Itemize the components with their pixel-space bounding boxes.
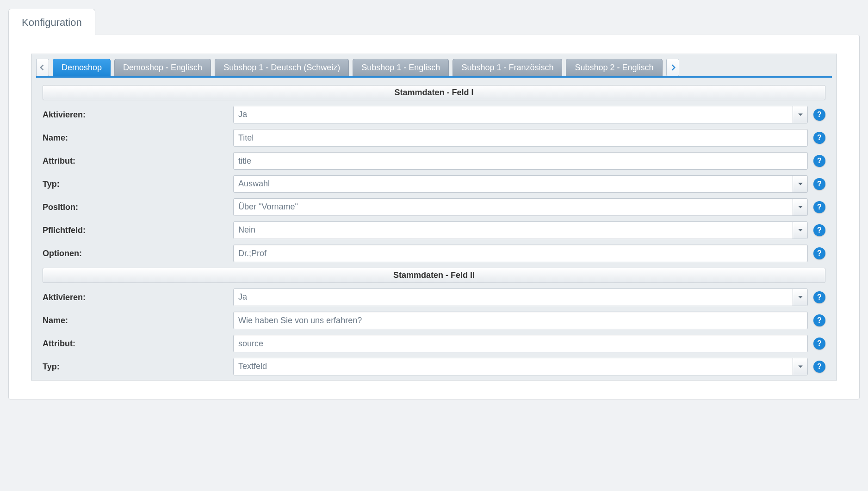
input-name-2[interactable]	[233, 312, 808, 329]
help-button[interactable]: ?	[813, 155, 825, 167]
input-optionen-1[interactable]	[233, 245, 808, 262]
label-attribut-1: Attribut:	[43, 156, 228, 166]
combo-aktivieren-1[interactable]: Ja	[233, 106, 808, 123]
shop-tab-label: Subshop 1 - Deutsch (Schweiz)	[223, 63, 340, 72]
combo-value: Textfeld	[234, 358, 793, 375]
help-button[interactable]: ?	[813, 109, 825, 121]
label-name-2: Name:	[43, 316, 228, 325]
help-button[interactable]: ?	[813, 338, 825, 350]
combo-trigger[interactable]	[793, 222, 807, 239]
chevron-down-icon	[798, 364, 803, 369]
label-aktivieren-1: Aktivieren:	[43, 110, 228, 120]
arrow-right-icon	[670, 64, 676, 71]
chevron-down-icon	[798, 181, 803, 187]
combo-typ-2[interactable]: Textfeld	[233, 358, 808, 375]
label-typ-2: Typ:	[43, 362, 228, 372]
config-panel: Demoshop Demoshop - Englisch Subshop 1 -…	[8, 35, 860, 399]
combo-value: Ja	[234, 289, 793, 306]
shop-tab-demoshop[interactable]: Demoshop	[53, 59, 111, 76]
chevron-down-icon	[798, 227, 803, 233]
help-button[interactable]: ?	[813, 314, 825, 326]
input-attribut-1[interactable]	[233, 152, 808, 170]
combo-trigger[interactable]	[793, 289, 807, 306]
shop-tab-label: Demoshop	[62, 63, 102, 72]
label-name-1: Name:	[43, 133, 228, 143]
shop-tab-label: Subshop 1 - Englisch	[361, 63, 440, 72]
section-header-feld-2: Stammdaten - Feld II	[43, 268, 825, 283]
help-button[interactable]: ?	[813, 201, 825, 213]
help-button[interactable]: ?	[813, 361, 825, 373]
chevron-down-icon	[798, 204, 803, 210]
section-header-feld-1: Stammdaten - Feld I	[43, 85, 825, 100]
shop-tab-subshop1-deutsch[interactable]: Subshop 1 - Deutsch (Schweiz)	[215, 59, 349, 76]
label-position-1: Position:	[43, 203, 228, 212]
shop-tab-subshop1-franz[interactable]: Subshop 1 - Französisch	[453, 59, 562, 76]
label-aktivieren-2: Aktivieren:	[43, 293, 228, 302]
combo-value: Ja	[234, 106, 793, 123]
arrow-left-icon	[39, 64, 46, 71]
shop-tab-demoshop-englisch[interactable]: Demoshop - Englisch	[114, 59, 211, 76]
tabs-scroll-left-button[interactable]	[36, 59, 49, 76]
combo-value: Nein	[234, 222, 793, 239]
help-button[interactable]: ?	[813, 178, 825, 190]
outer-tab-label: Konfiguration	[22, 17, 82, 28]
combo-position-1[interactable]: Über "Vorname"	[233, 198, 808, 216]
outer-tab-konfiguration[interactable]: Konfiguration	[8, 9, 95, 35]
label-optionen-1: Optionen:	[43, 249, 228, 258]
combo-trigger[interactable]	[793, 176, 807, 192]
shop-tab-subshop2-englisch[interactable]: Subshop 2 - Englisch	[566, 59, 662, 76]
combo-pflichtfeld-1[interactable]: Nein	[233, 221, 808, 239]
help-button[interactable]: ?	[813, 291, 825, 303]
chevron-down-icon	[798, 112, 803, 117]
help-button[interactable]: ?	[813, 224, 825, 236]
input-name-1[interactable]	[233, 129, 808, 147]
help-button[interactable]: ?	[813, 247, 825, 259]
label-attribut-2: Attribut:	[43, 339, 228, 349]
input-attribut-2[interactable]	[233, 335, 808, 352]
shop-tab-label: Subshop 2 - Englisch	[575, 63, 653, 72]
combo-value: Auswahl	[234, 176, 793, 192]
shop-tab-subshop1-englisch[interactable]: Subshop 1 - Englisch	[353, 59, 449, 76]
help-button[interactable]: ?	[813, 132, 825, 144]
shop-tab-label: Demoshop - Englisch	[123, 63, 202, 72]
shop-tabs: Demoshop Demoshop - Englisch Subshop 1 -…	[36, 59, 832, 78]
combo-trigger[interactable]	[793, 199, 807, 215]
combo-value: Über "Vorname"	[234, 199, 793, 215]
tabs-scroll-right-button[interactable]	[666, 59, 679, 76]
inner-frame: Demoshop Demoshop - Englisch Subshop 1 -…	[31, 54, 837, 381]
combo-typ-1[interactable]: Auswahl	[233, 175, 808, 193]
combo-aktivieren-2[interactable]: Ja	[233, 288, 808, 306]
label-typ-1: Typ:	[43, 179, 228, 189]
combo-trigger[interactable]	[793, 106, 807, 123]
shop-tab-label: Subshop 1 - Französisch	[461, 63, 553, 72]
chevron-down-icon	[798, 295, 803, 300]
combo-trigger[interactable]	[793, 358, 807, 375]
label-pflichtfeld-1: Pflichtfeld:	[43, 226, 228, 235]
